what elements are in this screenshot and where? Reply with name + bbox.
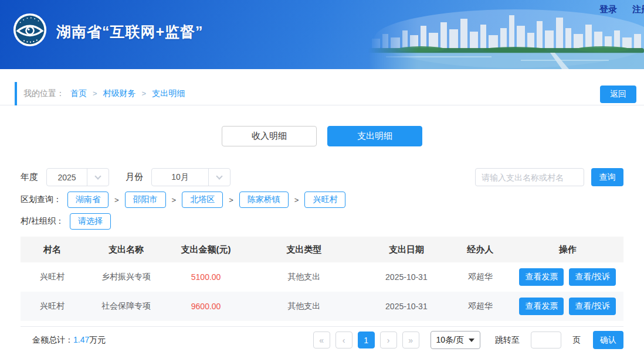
tab-income-detail[interactable]: 收入明细 [222,126,317,146]
table-footer: 金额总计：1.47万元 « ‹ 1 › » 10条/页 跳转至 页 确认 [21,326,623,352]
year-label: 年度 [21,172,38,183]
view-complaint-button[interactable]: 查看/投诉 [569,298,616,315]
jump-to-label: 跳转至 [495,335,520,346]
view-invoice-button[interactable]: 查看发票 [519,298,564,315]
page-size-select[interactable]: 10条/页 [431,331,480,349]
breadcrumb-expense-link[interactable]: 支出明细 [152,88,185,99]
org-label: 村/社组织： [21,216,64,227]
col-header-village: 村名 [21,244,84,255]
region-chip-province[interactable]: 湖南省 [67,192,109,208]
org-filter-row: 村/社组织： 请选择 [21,213,623,230]
view-complaint-button[interactable]: 查看/投诉 [569,268,616,286]
cell-amount: 5100.00 [168,272,244,282]
chevron-down-icon [209,176,230,179]
breadcrumb: 我的位置： 首页 > 村级财务 > 支出明细 [23,88,185,99]
cell-village: 兴旺村 [21,301,84,312]
cell-expense-name: 乡村振兴专项 [84,272,168,282]
confirm-button[interactable]: 确认 [593,331,623,349]
cell-village: 兴旺村 [21,272,84,282]
region-label: 区划查询： [21,194,62,205]
month-select-value: 10月 [152,172,208,183]
site-header: 湖南省“互联网+监督” 登录注册 [0,0,644,69]
total-unit: 万元 [89,335,106,344]
detail-tabs: 收入明细 支出明细 [0,126,644,146]
prev-page-button[interactable]: ‹ [335,332,352,348]
breadcrumb-separator: > [93,89,97,98]
region-separator: > [294,196,299,204]
breadcrumb-label: 我的位置： [23,88,65,99]
tab-expense-detail[interactable]: 支出明细 [327,126,422,146]
jump-page-input[interactable] [531,332,561,348]
col-header-handler: 经办人 [449,244,512,255]
table-row: 兴旺村 乡村振兴专项 5100.00 其他支出 2025-10-31 邓超华 查… [21,262,623,292]
first-page-button[interactable]: « [313,332,330,348]
page-title: 湖南省“互联网+监督” [56,22,204,42]
register-link[interactable]: 注册 [632,4,644,14]
cell-type: 其他支出 [243,301,364,312]
city-skyline-image [368,8,644,69]
cell-amount: 9600.00 [168,302,244,311]
last-page-button[interactable]: » [402,332,419,348]
col-header-amount: 支出金额(元) [168,244,244,255]
chevron-down-icon [87,176,109,179]
back-button[interactable]: 返回 [600,86,636,103]
region-chip-district[interactable]: 北塔区 [182,192,223,208]
table-header-row: 村名 支出名称 支出金额(元) 支出类型 支出日期 经办人 操作 [21,237,623,262]
cell-handler: 邓超华 [449,272,512,282]
breadcrumb-home-link[interactable]: 首页 [70,88,87,99]
region-chip-town[interactable]: 陈家桥镇 [239,192,289,208]
page-size-value: 10条/页 [436,335,464,346]
total-amount: 金额总计：1.47万元 [32,335,106,346]
total-value: 1.47 [73,335,89,344]
search-input[interactable] [475,168,584,186]
cell-date: 2025-10-31 [364,272,449,282]
breadcrumb-bar: 我的位置： 首页 > 村级财务 > 支出明细 返回 [0,82,644,105]
table-row: 兴旺村 社会保障专项 9600.00 其他支出 2025-10-31 邓超华 查… [21,292,623,321]
filter-row: 年度 2025 月份 10月 查询 [21,168,623,186]
breadcrumb-separator: > [142,89,147,98]
region-filter-row: 区划查询： 湖南省 > 邵阳市 > 北塔区 > 陈家桥镇 > 兴旺村 [21,192,623,208]
region-chip-city[interactable]: 邵阳市 [125,192,166,208]
query-button[interactable]: 查询 [591,168,623,186]
login-link[interactable]: 登录 [599,4,617,14]
cell-date: 2025-10-31 [364,302,449,311]
pagination: « ‹ 1 › » 10条/页 跳转至 页 确认 [313,331,623,349]
cell-handler: 邓超华 [449,301,512,312]
region-separator: > [114,196,119,204]
view-invoice-button[interactable]: 查看发票 [519,268,564,286]
total-label: 金额总计： [32,335,73,344]
col-header-name: 支出名称 [84,244,168,255]
site-logo-eye-icon [13,13,47,47]
breadcrumb-accent-bar [15,82,17,105]
cell-type: 其他支出 [243,272,364,282]
year-select[interactable]: 2025 [46,168,109,186]
next-page-button[interactable]: › [380,332,397,348]
col-header-date: 支出日期 [364,244,449,255]
org-select-button[interactable]: 请选择 [70,213,111,230]
year-select-value: 2025 [47,173,87,182]
cell-expense-name: 社会保障专项 [84,301,168,312]
region-separator: > [172,196,177,204]
page-unit-label: 页 [572,335,581,346]
region-separator: > [229,196,233,204]
month-select[interactable]: 10月 [151,168,231,186]
caret-down-icon [469,339,474,342]
col-header-actions: 操作 [512,244,623,255]
breadcrumb-finance-link[interactable]: 村级财务 [103,88,136,99]
month-label: 月份 [126,172,143,183]
page-number-button[interactable]: 1 [358,332,375,348]
region-chip-village[interactable]: 兴旺村 [304,192,345,208]
expense-table: 村名 支出名称 支出金额(元) 支出类型 支出日期 经办人 操作 兴旺村 乡村振… [21,237,623,321]
col-header-type: 支出类型 [243,244,364,255]
